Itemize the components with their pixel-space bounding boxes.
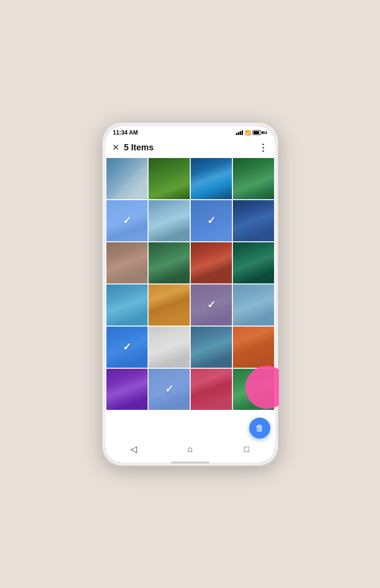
gallery-cell-19[interactable] (191, 327, 232, 368)
phone-screen: 11:34 AM 📶 84 ✕ 5 Items (105, 126, 275, 463)
gallery-cell-15[interactable]: ✓ (191, 284, 232, 326)
gallery-cell-1[interactable] (106, 158, 148, 199)
close-button[interactable]: ✕ (112, 142, 119, 153)
check-overlay-22: ✓ (149, 369, 190, 410)
home-button[interactable]: ⌂ (184, 442, 197, 456)
gallery-cell-2[interactable] (149, 158, 190, 199)
gallery-cell-3[interactable] (191, 158, 232, 199)
check-overlay-17: ✓ (106, 327, 148, 368)
gallery-cell-16[interactable] (233, 284, 274, 326)
navigation-bar: ◁ ⌂ □ (105, 438, 275, 463)
gallery-cell-4[interactable] (233, 158, 274, 199)
delete-fab-button[interactable]: 🗑 (249, 418, 270, 439)
gallery-cell-18[interactable] (149, 327, 190, 368)
gallery-cell-14[interactable] (149, 284, 190, 326)
gallery-cell-11[interactable] (191, 242, 232, 283)
phone-device: 11:34 AM 📶 84 ✕ 5 Items (102, 122, 279, 466)
gallery-cell-5[interactable]: ✓ (106, 200, 148, 241)
recents-button[interactable]: □ (240, 442, 253, 456)
back-button[interactable]: ◁ (127, 442, 140, 456)
gallery-cell-20[interactable] (233, 327, 274, 368)
gallery-cell-9[interactable] (106, 242, 148, 283)
battery-percent: 84 (262, 130, 267, 135)
check-overlay-7: ✓ (191, 200, 232, 241)
battery-icon (253, 130, 261, 135)
more-options-button[interactable]: ⋮ (258, 142, 268, 153)
check-overlay-15: ✓ (191, 284, 232, 326)
top-bar: ✕ 5 Items ⋮ (105, 138, 275, 157)
check-overlay-5: ✓ (106, 200, 148, 241)
trash-icon: 🗑 (255, 423, 264, 433)
gallery-cell-8[interactable] (233, 200, 274, 241)
gallery-cell-22[interactable]: ✓ (149, 369, 190, 410)
status-time: 11:34 AM (113, 129, 138, 136)
gallery-cell-6[interactable] (149, 200, 190, 241)
photo-grid: ✓✓✓✓✓ (105, 157, 275, 411)
gallery-cell-23[interactable] (191, 369, 232, 410)
gallery-cell-21[interactable] (106, 369, 148, 410)
battery-container: 84 (253, 130, 267, 135)
status-bar: 11:34 AM 📶 84 (105, 126, 275, 138)
gallery-cell-17[interactable]: ✓ (106, 327, 148, 368)
gallery-cell-10[interactable] (149, 242, 190, 283)
gallery-cell-7[interactable]: ✓ (191, 200, 232, 241)
wifi-icon: 📶 (245, 130, 251, 136)
status-icons: 📶 84 (236, 130, 267, 136)
signal-icon (236, 130, 243, 135)
items-count-label: 5 Items (124, 143, 253, 153)
gallery-cell-13[interactable] (106, 284, 148, 326)
bottom-pill (171, 462, 209, 464)
gallery-cell-12[interactable] (233, 242, 274, 283)
